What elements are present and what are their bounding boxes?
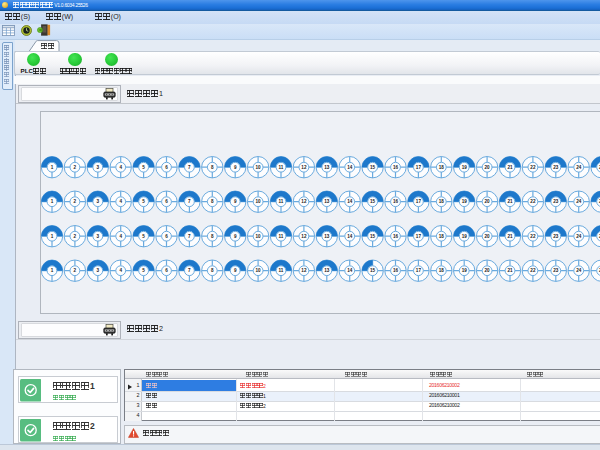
svg-text:20: 20: [485, 234, 491, 239]
svg-text:6: 6: [165, 234, 168, 239]
svg-text:5: 5: [142, 165, 145, 170]
svg-text:8: 8: [211, 234, 214, 239]
svg-text:10: 10: [256, 268, 262, 273]
svg-text:21: 21: [507, 234, 513, 239]
svg-text:1: 1: [51, 165, 54, 170]
svg-text:23: 23: [553, 268, 559, 273]
svg-text:12: 12: [301, 165, 307, 170]
svg-text:2: 2: [74, 199, 77, 204]
svg-text:17: 17: [416, 165, 422, 170]
svg-text:24: 24: [576, 234, 582, 239]
svg-text:17: 17: [416, 268, 422, 273]
svg-text:14: 14: [347, 268, 353, 273]
svg-text:12: 12: [301, 199, 307, 204]
svg-text:10: 10: [256, 199, 262, 204]
svg-text:21: 21: [507, 199, 513, 204]
svg-text:3: 3: [97, 165, 100, 170]
svg-text:11: 11: [279, 268, 284, 273]
svg-text:8: 8: [211, 268, 214, 273]
svg-text:7: 7: [188, 165, 191, 170]
svg-text:5: 5: [142, 234, 145, 239]
svg-text:10: 10: [256, 165, 262, 170]
svg-text:12: 12: [301, 268, 307, 273]
svg-text:22: 22: [530, 165, 536, 170]
svg-text:3: 3: [97, 268, 100, 273]
svg-text:8: 8: [211, 165, 214, 170]
svg-text:5: 5: [142, 268, 145, 273]
svg-text:1: 1: [51, 199, 54, 204]
svg-text:13: 13: [324, 199, 330, 204]
svg-text:15: 15: [370, 234, 376, 239]
svg-text:24: 24: [576, 268, 582, 273]
svg-text:2: 2: [74, 234, 77, 239]
svg-text:9: 9: [234, 268, 237, 273]
svg-text:24: 24: [576, 199, 582, 204]
svg-text:15: 15: [370, 268, 376, 273]
svg-text:19: 19: [462, 268, 468, 273]
svg-text:14: 14: [347, 234, 353, 239]
svg-text:22: 22: [530, 199, 536, 204]
svg-text:12: 12: [301, 234, 307, 239]
svg-text:5: 5: [142, 199, 145, 204]
svg-text:13: 13: [324, 268, 330, 273]
svg-text:23: 23: [553, 199, 559, 204]
svg-text:20: 20: [485, 199, 491, 204]
svg-text:15: 15: [370, 165, 376, 170]
svg-text:16: 16: [393, 165, 399, 170]
svg-text:16: 16: [393, 234, 399, 239]
svg-text:9: 9: [234, 199, 237, 204]
svg-text:16: 16: [393, 199, 399, 204]
svg-text:14: 14: [347, 165, 353, 170]
svg-text:2: 2: [74, 268, 77, 273]
svg-text:19: 19: [462, 199, 468, 204]
svg-text:22: 22: [530, 268, 536, 273]
svg-text:9: 9: [234, 165, 237, 170]
svg-text:21: 21: [507, 165, 513, 170]
svg-text:2: 2: [74, 165, 77, 170]
svg-text:4: 4: [119, 199, 122, 204]
svg-text:11: 11: [279, 199, 284, 204]
svg-text:7: 7: [188, 199, 191, 204]
svg-text:4: 4: [119, 165, 122, 170]
svg-text:1: 1: [51, 234, 54, 239]
svg-text:14: 14: [347, 199, 353, 204]
svg-text:8: 8: [211, 199, 214, 204]
svg-text:11: 11: [279, 234, 284, 239]
svg-text:22: 22: [530, 234, 536, 239]
svg-text:7: 7: [188, 268, 191, 273]
svg-text:4: 4: [119, 234, 122, 239]
svg-text:21: 21: [507, 268, 513, 273]
svg-text:20: 20: [485, 268, 491, 273]
svg-text:19: 19: [462, 234, 468, 239]
svg-text:9: 9: [234, 234, 237, 239]
svg-text:13: 13: [324, 165, 330, 170]
svg-text:4: 4: [119, 268, 122, 273]
svg-text:13: 13: [324, 234, 330, 239]
svg-text:3: 3: [97, 234, 100, 239]
svg-text:17: 17: [416, 234, 422, 239]
svg-text:18: 18: [439, 199, 445, 204]
svg-text:23: 23: [553, 234, 559, 239]
svg-text:1: 1: [51, 268, 54, 273]
svg-text:16: 16: [393, 268, 399, 273]
svg-text:18: 18: [439, 234, 445, 239]
svg-text:24: 24: [576, 165, 582, 170]
svg-text:7: 7: [188, 234, 191, 239]
svg-text:10: 10: [256, 234, 262, 239]
svg-text:23: 23: [553, 165, 559, 170]
svg-text:20: 20: [485, 165, 491, 170]
svg-text:3: 3: [97, 199, 100, 204]
svg-text:11: 11: [279, 165, 284, 170]
svg-text:19: 19: [462, 165, 468, 170]
svg-text:6: 6: [165, 268, 168, 273]
svg-text:18: 18: [439, 165, 445, 170]
svg-text:15: 15: [370, 199, 376, 204]
svg-text:18: 18: [439, 268, 445, 273]
svg-text:17: 17: [416, 199, 422, 204]
svg-text:6: 6: [165, 199, 168, 204]
svg-text:6: 6: [165, 165, 168, 170]
